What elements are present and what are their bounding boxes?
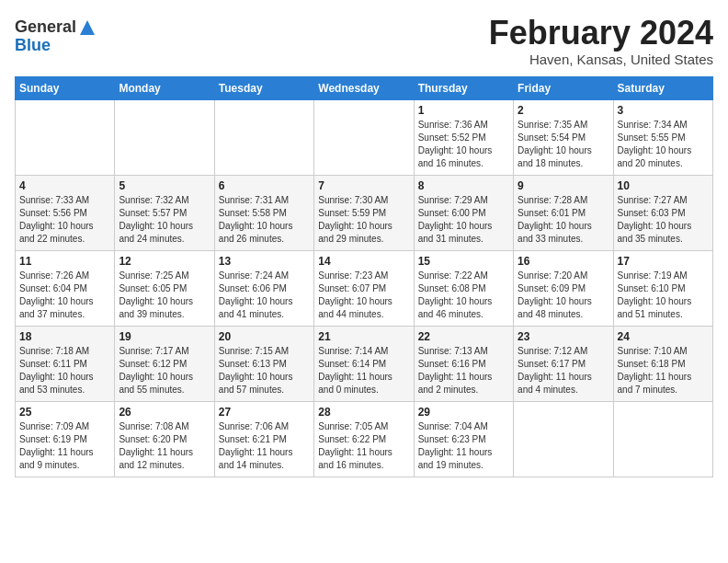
day-info: Sunrise: 7:13 AM Sunset: 6:16 PM Dayligh… <box>418 345 509 396</box>
day-number: 22 <box>418 330 509 343</box>
header: General Blue February 2024 Haven, Kansas… <box>15 15 713 67</box>
calendar-cell: 25Sunrise: 7:09 AM Sunset: 6:19 PM Dayli… <box>16 401 115 477</box>
calendar-cell: 17Sunrise: 7:19 AM Sunset: 6:10 PM Dayli… <box>613 250 712 326</box>
calendar-cell: 27Sunrise: 7:06 AM Sunset: 6:21 PM Dayli… <box>214 401 313 477</box>
day-info: Sunrise: 7:24 AM Sunset: 6:06 PM Dayligh… <box>219 270 310 321</box>
calendar-cell <box>214 99 313 175</box>
day-info: Sunrise: 7:15 AM Sunset: 6:13 PM Dayligh… <box>219 345 310 396</box>
col-header-sunday: Sunday <box>16 76 115 99</box>
day-info: Sunrise: 7:09 AM Sunset: 6:19 PM Dayligh… <box>19 420 110 472</box>
day-info: Sunrise: 7:36 AM Sunset: 5:52 PM Dayligh… <box>418 119 509 170</box>
day-number: 12 <box>119 255 210 268</box>
day-number: 27 <box>219 406 310 419</box>
day-info: Sunrise: 7:17 AM Sunset: 6:12 PM Dayligh… <box>119 345 210 396</box>
day-info: Sunrise: 7:18 AM Sunset: 6:11 PM Dayligh… <box>19 345 110 396</box>
day-number: 23 <box>518 330 609 343</box>
day-info: Sunrise: 7:04 AM Sunset: 6:23 PM Dayligh… <box>418 420 509 472</box>
day-number: 4 <box>19 179 110 192</box>
logo: General Blue <box>15 18 97 55</box>
day-info: Sunrise: 7:19 AM Sunset: 6:10 PM Dayligh… <box>618 270 709 321</box>
col-header-monday: Monday <box>115 76 214 99</box>
calendar-table: SundayMondayTuesdayWednesdayThursdayFrid… <box>15 76 713 477</box>
day-number: 29 <box>418 406 509 419</box>
week-row-5: 25Sunrise: 7:09 AM Sunset: 6:19 PM Dayli… <box>16 401 713 477</box>
calendar-cell: 12Sunrise: 7:25 AM Sunset: 6:05 PM Dayli… <box>115 250 214 326</box>
calendar-cell: 29Sunrise: 7:04 AM Sunset: 6:23 PM Dayli… <box>414 401 513 477</box>
day-info: Sunrise: 7:06 AM Sunset: 6:21 PM Dayligh… <box>219 420 310 472</box>
calendar-cell <box>514 401 613 477</box>
day-info: Sunrise: 7:28 AM Sunset: 6:01 PM Dayligh… <box>518 194 609 246</box>
day-number: 18 <box>19 330 110 343</box>
calendar-cell: 2Sunrise: 7:35 AM Sunset: 5:54 PM Daylig… <box>514 99 613 175</box>
day-number: 7 <box>318 179 409 192</box>
calendar-cell: 19Sunrise: 7:17 AM Sunset: 6:12 PM Dayli… <box>115 326 214 401</box>
calendar-cell: 6Sunrise: 7:31 AM Sunset: 5:58 PM Daylig… <box>214 175 313 250</box>
day-info: Sunrise: 7:05 AM Sunset: 6:22 PM Dayligh… <box>318 420 409 472</box>
main-title: February 2024 <box>489 15 713 52</box>
calendar-cell: 20Sunrise: 7:15 AM Sunset: 6:13 PM Dayli… <box>214 326 313 401</box>
calendar-cell: 23Sunrise: 7:12 AM Sunset: 6:17 PM Dayli… <box>514 326 613 401</box>
day-number: 6 <box>219 179 310 192</box>
header-row: SundayMondayTuesdayWednesdayThursdayFrid… <box>16 76 713 99</box>
calendar-cell: 22Sunrise: 7:13 AM Sunset: 6:16 PM Dayli… <box>414 326 513 401</box>
col-header-thursday: Thursday <box>414 76 513 99</box>
day-number: 10 <box>618 179 709 192</box>
day-info: Sunrise: 7:32 AM Sunset: 5:57 PM Dayligh… <box>119 194 210 246</box>
day-info: Sunrise: 7:33 AM Sunset: 5:56 PM Dayligh… <box>19 194 110 246</box>
calendar-cell <box>613 401 712 477</box>
day-number: 15 <box>418 255 509 268</box>
calendar-cell: 9Sunrise: 7:28 AM Sunset: 6:01 PM Daylig… <box>514 175 613 250</box>
col-header-tuesday: Tuesday <box>214 76 313 99</box>
day-number: 24 <box>618 330 709 343</box>
calendar-cell: 18Sunrise: 7:18 AM Sunset: 6:11 PM Dayli… <box>16 326 115 401</box>
day-number: 14 <box>318 255 409 268</box>
day-number: 5 <box>119 179 210 192</box>
day-number: 13 <box>219 255 310 268</box>
calendar-cell: 21Sunrise: 7:14 AM Sunset: 6:14 PM Dayli… <box>314 326 414 401</box>
day-number: 21 <box>318 330 409 343</box>
calendar-cell: 10Sunrise: 7:27 AM Sunset: 6:03 PM Dayli… <box>613 175 712 250</box>
calendar-cell: 16Sunrise: 7:20 AM Sunset: 6:09 PM Dayli… <box>514 250 613 326</box>
week-row-2: 4Sunrise: 7:33 AM Sunset: 5:56 PM Daylig… <box>16 175 713 250</box>
svg-marker-0 <box>80 20 95 35</box>
day-number: 2 <box>518 104 609 117</box>
calendar-cell <box>115 99 214 175</box>
logo-icon <box>78 18 97 37</box>
calendar-cell: 8Sunrise: 7:29 AM Sunset: 6:00 PM Daylig… <box>414 175 513 250</box>
day-info: Sunrise: 7:10 AM Sunset: 6:18 PM Dayligh… <box>618 345 709 396</box>
calendar-cell: 3Sunrise: 7:34 AM Sunset: 5:55 PM Daylig… <box>613 99 712 175</box>
calendar-cell: 26Sunrise: 7:08 AM Sunset: 6:20 PM Dayli… <box>115 401 214 477</box>
col-header-friday: Friday <box>514 76 613 99</box>
title-block: February 2024 Haven, Kansas, United Stat… <box>489 15 713 67</box>
week-row-4: 18Sunrise: 7:18 AM Sunset: 6:11 PM Dayli… <box>16 326 713 401</box>
day-info: Sunrise: 7:35 AM Sunset: 5:54 PM Dayligh… <box>518 119 609 170</box>
day-info: Sunrise: 7:14 AM Sunset: 6:14 PM Dayligh… <box>318 345 409 396</box>
col-header-wednesday: Wednesday <box>314 76 414 99</box>
day-number: 11 <box>19 255 110 268</box>
day-number: 8 <box>418 179 509 192</box>
day-info: Sunrise: 7:25 AM Sunset: 6:05 PM Dayligh… <box>119 270 210 321</box>
day-info: Sunrise: 7:23 AM Sunset: 6:07 PM Dayligh… <box>318 270 409 321</box>
day-number: 20 <box>219 330 310 343</box>
day-info: Sunrise: 7:12 AM Sunset: 6:17 PM Dayligh… <box>518 345 609 396</box>
day-number: 26 <box>119 406 210 419</box>
day-info: Sunrise: 7:22 AM Sunset: 6:08 PM Dayligh… <box>418 270 509 321</box>
calendar-cell: 7Sunrise: 7:30 AM Sunset: 5:59 PM Daylig… <box>314 175 414 250</box>
day-number: 28 <box>318 406 409 419</box>
page-container: General Blue February 2024 Haven, Kansas… <box>0 0 728 485</box>
calendar-cell: 1Sunrise: 7:36 AM Sunset: 5:52 PM Daylig… <box>414 99 513 175</box>
day-info: Sunrise: 7:31 AM Sunset: 5:58 PM Dayligh… <box>219 194 310 246</box>
calendar-cell: 13Sunrise: 7:24 AM Sunset: 6:06 PM Dayli… <box>214 250 313 326</box>
day-info: Sunrise: 7:27 AM Sunset: 6:03 PM Dayligh… <box>618 194 709 246</box>
day-info: Sunrise: 7:29 AM Sunset: 6:00 PM Dayligh… <box>418 194 509 246</box>
calendar-cell: 24Sunrise: 7:10 AM Sunset: 6:18 PM Dayli… <box>613 326 712 401</box>
day-number: 9 <box>518 179 609 192</box>
calendar-cell <box>314 99 414 175</box>
logo-general-text: General <box>15 18 76 37</box>
calendar-cell <box>16 99 115 175</box>
calendar-cell: 5Sunrise: 7:32 AM Sunset: 5:57 PM Daylig… <box>115 175 214 250</box>
calendar-cell: 4Sunrise: 7:33 AM Sunset: 5:56 PM Daylig… <box>16 175 115 250</box>
logo-blue-text: Blue <box>15 37 97 55</box>
day-number: 1 <box>418 104 509 117</box>
calendar-cell: 14Sunrise: 7:23 AM Sunset: 6:07 PM Dayli… <box>314 250 414 326</box>
